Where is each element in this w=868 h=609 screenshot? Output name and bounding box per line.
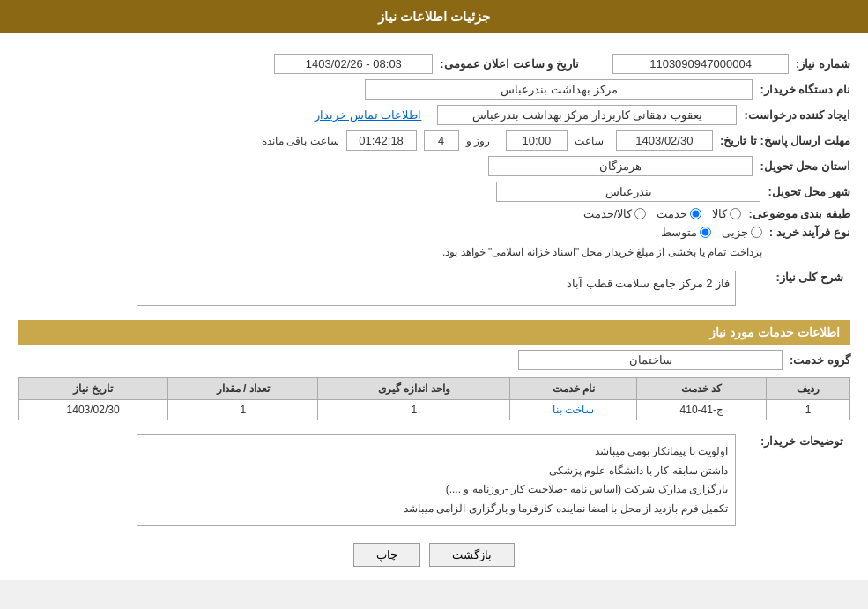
service-group-value: ساختمان — [518, 350, 783, 370]
category-radio-group: کالا خدمت کالا/خدمت — [583, 207, 742, 220]
button-row: بازگشت چاپ — [18, 543, 850, 567]
announce-date-value: 1403/02/26 - 08:03 — [274, 54, 433, 74]
purchase-type-note: پرداخت تمام یا بخشی از مبلغ خریدار محل "… — [442, 246, 762, 258]
requester-value: یعقوب دهقانی کاربردار مرکز بهداشت بندرعب… — [437, 105, 737, 125]
buyer-notes-label: توضیحات خریدار: — [736, 431, 850, 530]
service-group-label: گروه خدمت: — [790, 353, 850, 367]
content-area: شماره نیاز: 1103090947000004 تاریخ و ساع… — [0, 33, 868, 580]
category-both-label: کالا/خدمت — [583, 207, 633, 220]
purchase-type-label: نوع فرآیند خرید : — [769, 226, 850, 239]
province-label: استان محل تحویل: — [760, 160, 850, 173]
category-kala: کالا — [712, 207, 741, 220]
deadline-days-label: روز و — [466, 135, 490, 147]
note-line: تکمیل فرم بازدید از محل با امضا نماینده … — [145, 500, 728, 519]
services-section-title: اطلاعات خدمات مورد نیاز — [18, 320, 850, 345]
buyer-station-value: مرکز بهداشت بندرعباس — [365, 79, 753, 100]
category-khedmat-label: خدمت — [657, 207, 687, 220]
category-kala-label: کالا — [712, 207, 727, 220]
col-date: تاریخ نیاز — [19, 378, 168, 400]
purchase-medium: متوسط — [661, 226, 711, 239]
announce-date-label: تاریخ و ساعت اعلان عمومی: — [440, 57, 579, 71]
category-khedmat: خدمت — [657, 207, 701, 220]
purchase-partial: جزیی — [722, 226, 762, 239]
purchase-medium-label: متوسط — [661, 226, 697, 239]
col-code: کد خدمت — [637, 378, 767, 400]
page-title: جزئیات اطلاعات نیاز — [378, 9, 490, 24]
deadline-date: 1403/02/30 — [616, 130, 713, 151]
category-kala-radio[interactable] — [730, 208, 741, 219]
note-line: اولویت با پیمانکار بومی میباشد — [145, 442, 728, 462]
province-value: هرمزگان — [488, 156, 753, 176]
category-both: کالا/خدمت — [583, 207, 647, 220]
print-button[interactable]: چاپ — [353, 543, 420, 567]
col-unit: واحد اندازه گیری — [318, 378, 510, 400]
reply-deadline-label: مهلت ارسال پاسخ: تا تاریخ: — [720, 134, 850, 147]
table-row: 1ج-41-410ساخت بنا111403/02/30 — [19, 400, 850, 420]
requester-label: ایجاد کننده درخواست: — [744, 108, 850, 122]
note-line: داشتن سابقه کار با دانشگاه علوم پزشکی — [145, 462, 728, 481]
page-header: جزئیات اطلاعات نیاز — [0, 0, 868, 33]
purchase-medium-radio[interactable] — [700, 227, 711, 238]
purchase-partial-label: جزیی — [722, 226, 748, 239]
deadline-time: 10:00 — [506, 130, 568, 151]
deadline-hours-label: ساعت باقی مانده — [262, 135, 339, 147]
need-number-label: شماره نیاز: — [796, 57, 850, 71]
col-name: نام خدمت — [510, 378, 637, 400]
need-description-value: فاز 2 مرکز جامع سلامت قطب آباد — [137, 271, 736, 306]
city-value: بندرعباس — [496, 182, 760, 202]
need-number-value: 1103090947000004 — [612, 54, 789, 74]
deadline-time-label: ساعت — [575, 135, 604, 147]
buyer-notes-box: اولویت با پیمانکار بومی میباشدداشتن سابق… — [137, 434, 736, 526]
category-label: طبقه بندی موضوعی: — [748, 207, 850, 220]
deadline-days: 4 — [424, 130, 459, 151]
city-label: شهر محل تحویل: — [768, 185, 850, 198]
services-table: ردیف کد خدمت نام خدمت واحد اندازه گیری ت… — [18, 377, 850, 420]
col-quantity: تعداد / مقدار — [168, 378, 318, 400]
deadline-remaining: 01:42:18 — [346, 130, 417, 151]
back-button[interactable]: بازگشت — [429, 543, 515, 567]
category-khedmat-radio[interactable] — [690, 208, 701, 219]
need-description-label: شرح کلی نیاز: — [736, 267, 850, 309]
buyer-station-label: نام دستگاه خریدار: — [760, 83, 850, 96]
col-row: ردیف — [767, 378, 850, 400]
category-both-radio[interactable] — [634, 208, 646, 219]
purchase-type-radio-group: جزیی متوسط — [442, 226, 762, 239]
purchase-partial-radio[interactable] — [751, 227, 762, 238]
note-line: بارگزاری مدارک شرکت (اساس نامه -صلاحیت ک… — [145, 480, 728, 500]
contact-link[interactable]: اطلاعات تماس خریدار — [315, 108, 421, 122]
